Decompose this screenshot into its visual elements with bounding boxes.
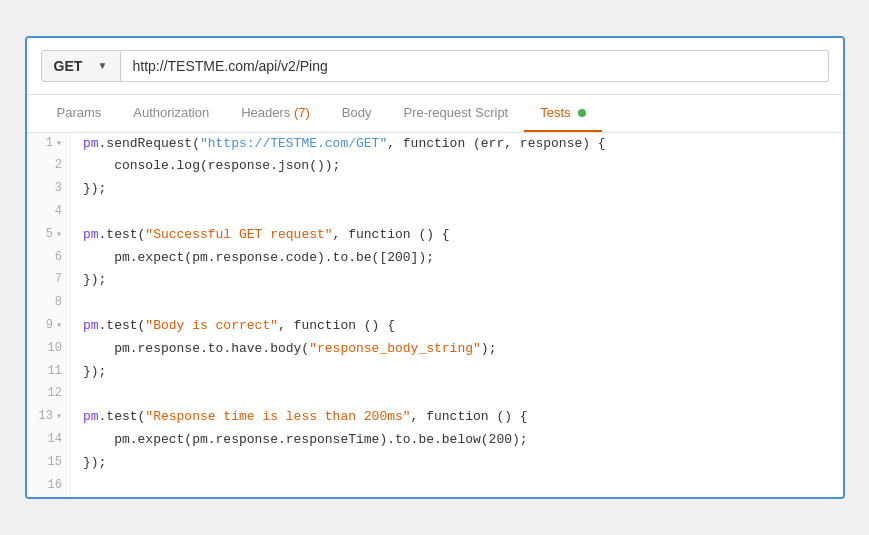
code-line-2: 2 console.log(response.json()); <box>27 155 843 178</box>
method-selector[interactable]: GET ▼ <box>41 50 121 82</box>
line-content-12 <box>71 383 843 406</box>
code-line-16: 16 <box>27 475 843 498</box>
line-content-13: pm.test("Response time is less than 200m… <box>71 406 843 429</box>
url-input[interactable] <box>121 50 829 82</box>
tab-headers[interactable]: Headers (7) <box>225 95 326 132</box>
line-num-1: 1 <box>27 133 71 156</box>
tab-params[interactable]: Params <box>41 95 118 132</box>
code-line-1: 1 pm.sendRequest("https://TESTME.com/GET… <box>27 133 843 156</box>
line-num-3: 3 <box>27 178 71 201</box>
tab-bar: Params Authorization Headers (7) Body Pr… <box>27 95 843 133</box>
line-content-5: pm.test("Successful GET request", functi… <box>71 224 843 247</box>
code-line-15: 15 }); <box>27 452 843 475</box>
main-container: GET ▼ Params Authorization Headers (7) B… <box>25 36 845 500</box>
code-editor[interactable]: 1 pm.sendRequest("https://TESTME.com/GET… <box>27 133 843 498</box>
line-num-9: 9 <box>27 315 71 338</box>
tests-dot-icon <box>578 109 586 117</box>
dropdown-arrow-icon: ▼ <box>98 60 108 71</box>
code-line-8: 8 <box>27 292 843 315</box>
line-num-5: 5 <box>27 224 71 247</box>
line-num-8: 8 <box>27 292 71 315</box>
line-content-10: pm.response.to.have.body("response_body_… <box>71 338 843 361</box>
line-content-2: console.log(response.json()); <box>71 155 843 178</box>
line-content-16 <box>71 475 843 498</box>
line-num-14: 14 <box>27 429 71 452</box>
code-line-14: 14 pm.expect(pm.response.responseTime).t… <box>27 429 843 452</box>
line-content-11: }); <box>71 361 843 384</box>
code-line-7: 7 }); <box>27 269 843 292</box>
code-line-10: 10 pm.response.to.have.body("response_bo… <box>27 338 843 361</box>
code-line-12: 12 <box>27 383 843 406</box>
tab-prerequest[interactable]: Pre-request Script <box>387 95 524 132</box>
code-line-11: 11 }); <box>27 361 843 384</box>
line-content-14: pm.expect(pm.response.responseTime).to.b… <box>71 429 843 452</box>
line-content-3: }); <box>71 178 843 201</box>
line-num-16: 16 <box>27 475 71 498</box>
line-num-13: 13 <box>27 406 71 429</box>
url-bar: GET ▼ <box>27 38 843 95</box>
code-line-9: 9 pm.test("Body is correct", function ()… <box>27 315 843 338</box>
code-line-5: 5 pm.test("Successful GET request", func… <box>27 224 843 247</box>
line-content-9: pm.test("Body is correct", function () { <box>71 315 843 338</box>
code-lines: 1 pm.sendRequest("https://TESTME.com/GET… <box>27 133 843 498</box>
line-num-10: 10 <box>27 338 71 361</box>
line-num-7: 7 <box>27 269 71 292</box>
line-content-1: pm.sendRequest("https://TESTME.com/GET",… <box>71 133 843 156</box>
line-content-15: }); <box>71 452 843 475</box>
line-num-12: 12 <box>27 383 71 406</box>
code-line-4: 4 <box>27 201 843 224</box>
line-num-11: 11 <box>27 361 71 384</box>
line-num-6: 6 <box>27 247 71 270</box>
code-line-6: 6 pm.expect(pm.response.code).to.be([200… <box>27 247 843 270</box>
line-num-2: 2 <box>27 155 71 178</box>
line-content-6: pm.expect(pm.response.code).to.be([200])… <box>71 247 843 270</box>
line-num-15: 15 <box>27 452 71 475</box>
code-line-13: 13 pm.test("Response time is less than 2… <box>27 406 843 429</box>
line-num-4: 4 <box>27 201 71 224</box>
tab-body[interactable]: Body <box>326 95 388 132</box>
code-line-3: 3 }); <box>27 178 843 201</box>
method-label: GET <box>54 58 83 74</box>
line-content-7: }); <box>71 269 843 292</box>
line-content-4 <box>71 201 843 224</box>
tab-authorization[interactable]: Authorization <box>117 95 225 132</box>
headers-badge: (7) <box>294 105 310 120</box>
line-content-8 <box>71 292 843 315</box>
tab-tests[interactable]: Tests <box>524 95 602 132</box>
